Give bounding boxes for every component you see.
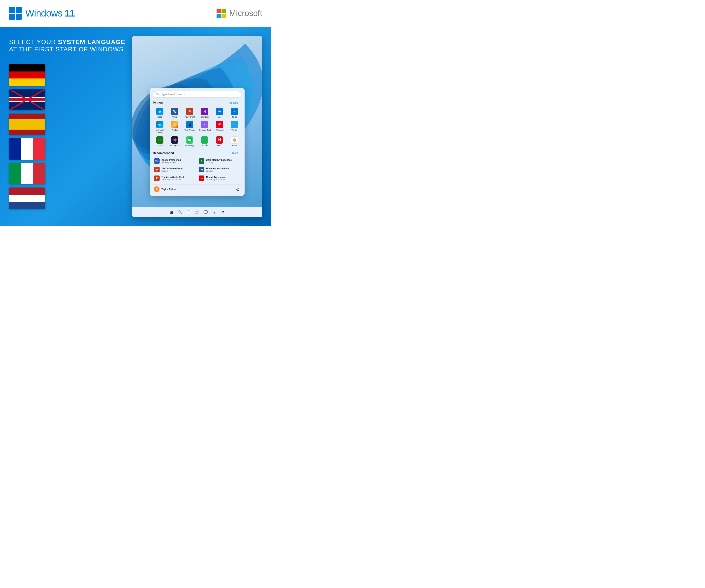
flag-english[interactable] [9,89,45,110]
windows-screenshot: 🔍 Type here to search Pinned All apps › … [132,36,262,217]
app-whatsapp[interactable]: 💬 WhatsApp [183,135,197,148]
taskbar-settings-button[interactable]: ⚙ [219,209,227,216]
app-edge[interactable]: e Edge [153,107,167,119]
power-button[interactable]: ⏻ [235,187,240,192]
rec-item-diy[interactable]: P DIY for Home Decor 2h ago [153,166,197,174]
headline-line1: SELECT YOUR SYSTEM LANGUAGE [9,38,126,46]
recommended-grid: Ps Adobe Photoshop Recently added X 2021… [153,157,241,182]
flag-german[interactable] [9,64,45,86]
taskbar-edge-button[interactable]: e [211,209,218,216]
app-xbox[interactable]: 🎮 Xbox [153,135,167,148]
pinned-section-header: Pinned All apps › [153,101,241,105]
microsoft-title: Microsoft [229,9,262,18]
windows-logo-icon [9,7,22,20]
recommended-label: Recommended [153,151,174,155]
rec-item-expenses[interactable]: X 2021 Monthly Expenses 17m ago [197,157,241,165]
all-apps-button[interactable]: All apps › [227,101,241,105]
app-twitter[interactable]: 🐦 Twitter [227,120,241,135]
app-powerpoint[interactable]: P PowerPoint [183,107,197,119]
app-mail[interactable]: ✉ Mail [213,107,227,119]
desktop-area: 🔍 Type here to search Pinned All apps › … [132,36,262,207]
rec-item-rental[interactable]: PDF Rental Agreement Yesterday at 1:15 P… [197,174,241,182]
search-bar[interactable]: 🔍 Type here to search [153,91,241,97]
app-store[interactable]: 🛍 Microsoft Store [153,120,167,135]
app-photos[interactable]: 🌸 Photos [168,120,182,135]
taskbar-widgets-button[interactable]: 📰 [193,209,201,216]
app-netflix[interactable]: N Netflix [213,135,227,148]
rec-item-donation[interactable]: W Donation Instructions 12h ago [197,166,241,174]
headline: SELECT YOUR SYSTEM LANGUAGE AT THE FIRST… [9,38,126,53]
headline-line2: AT THE FIRST START OF WINDOWS [9,46,126,53]
start-menu-footer: T Taylor Philips ⏻ [153,184,241,193]
rec-item-zerowaste[interactable]: P The Zero-Waste Chef Yesterday at 4:24 … [153,174,197,182]
recommended-section-header: Recommended More › [153,151,241,155]
user-name: Taylor Philips [161,188,176,191]
app-spotify[interactable]: 🎵 Spotify [197,135,211,148]
more-button[interactable]: More › [231,151,242,155]
left-panel: SELECT YOUR SYSTEM LANGUAGE AT THE FIRST… [9,36,126,217]
search-placeholder-text: Type here to search [161,93,185,96]
taskbar-taskview-button[interactable]: 📋 [185,209,192,216]
app-onenote[interactable]: N OneNote [197,107,211,119]
microsoft-logo-area: Microsoft [217,9,262,18]
taskbar: ⊞ 🔍 📋 📰 💬 e ⚙ [132,207,262,217]
header: Windows 11 Microsoft [0,0,271,27]
flag-dutch[interactable] [9,187,45,209]
recommended-section: Recommended More › Ps Adobe Photoshop Re… [153,151,241,182]
main-section: SELECT YOUR SYSTEM LANGUAGE AT THE FIRST… [0,27,271,226]
pinned-apps-grid: e Edge W Word P PowerPoint N OneNote [153,107,241,148]
app-snipping-tool[interactable]: ✂ Snipping Tool [197,120,211,135]
taskbar-search-button[interactable]: 🔍 [176,209,184,216]
app-among-us[interactable]: 👾 Among Us [168,135,182,148]
user-area[interactable]: T Taylor Philips [154,186,176,192]
pinned-label: Pinned [153,101,162,104]
app-your-phone[interactable]: 📱 Your Phone [183,120,197,135]
microsoft-logo-icon [217,9,226,18]
flags-list [9,64,126,209]
search-icon: 🔍 [156,93,159,96]
start-menu: 🔍 Type here to search Pinned All apps › … [150,88,245,196]
rec-item-photoshop[interactable]: Ps Adobe Photoshop Recently added [153,157,197,165]
windows-logo-area: Windows 11 [9,7,75,20]
flag-spanish[interactable] [9,114,45,135]
app-todo[interactable]: ✓ To Do [227,107,241,119]
windows-title: Windows 11 [25,8,75,19]
app-word[interactable]: W Word [168,107,182,119]
flag-italian[interactable] [9,163,45,184]
taskbar-start-button[interactable]: ⊞ [168,209,175,216]
app-pinterest[interactable]: P Pinterest [213,120,227,135]
app-paint[interactable]: 🎨 Paint [227,135,241,148]
flag-french[interactable] [9,138,45,160]
taskbar-chat-button[interactable]: 💬 [202,209,209,216]
user-avatar: T [154,186,159,192]
